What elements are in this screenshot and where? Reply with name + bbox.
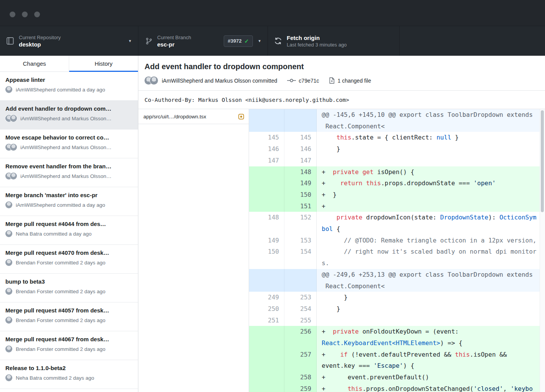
- file-diff-icon: [329, 77, 335, 84]
- list-item[interactable]: Merge branch 'master' into esc-priAmWill…: [0, 187, 138, 216]
- code-line: + private onFoldoutKeyDown = (event: Rea…: [317, 326, 545, 349]
- minimize-button-icon[interactable]: [22, 12, 28, 17]
- code-line: private dropdownIcon(state: DropdownStat…: [317, 212, 545, 234]
- repository-label: Current Repository: [19, 34, 61, 41]
- list-item[interactable]: Appease linteriAmWillShepherd committed …: [0, 72, 138, 101]
- line-number-old: [249, 269, 284, 292]
- diff-row: 149+ return this.props.dropdownState ===…: [249, 178, 545, 189]
- line-number-new: 146: [284, 143, 317, 155]
- list-item[interactable]: Release to 1.1.0-beta2Neha Batra committ…: [0, 360, 138, 389]
- fetch-label: Fetch origin: [287, 34, 347, 42]
- list-item[interactable]: Merge pull request #4070 from desk…Brend…: [0, 245, 138, 274]
- line-number-old: 150: [249, 246, 284, 269]
- code-line: + if (!event.defaultPrevented && this.is…: [317, 349, 545, 372]
- file-path: app/src/ui/t…/dropdown.tsx: [143, 114, 235, 120]
- diff-row: 251255: [249, 315, 545, 326]
- avatar: [150, 76, 158, 85]
- commit-summary: Add event handler to dropdown component …: [138, 56, 545, 91]
- commit-meta-row: iAmWillShepherd and Markus Olsson commit…: [145, 76, 539, 90]
- file-row[interactable]: app/src/ui/t…/dropdown.tsx: [138, 109, 249, 124]
- diff-row: @@ -249,6 +253,13 @@ export class Toolba…: [249, 269, 545, 292]
- avatar: [5, 86, 12, 93]
- avatar: [5, 288, 12, 295]
- line-number-old: [249, 383, 284, 392]
- line-number-old: 147: [249, 155, 284, 166]
- code-line: [317, 155, 545, 166]
- avatar: [5, 230, 12, 237]
- line-number-old: 146: [249, 143, 284, 155]
- git-branch-icon: [145, 37, 153, 45]
- line-number-old: [249, 349, 284, 372]
- page-title: Add event handler to dropdown component: [145, 61, 539, 71]
- code-line: // right now it's scaled badly on normal…: [317, 246, 545, 269]
- titlebar: [0, 0, 545, 26]
- diff-row: 250254 }: [249, 303, 545, 315]
- diff-row: 148152 private dropdownIcon(state: Dropd…: [249, 212, 545, 234]
- list-item[interactable]: Merge pull request #40…: [0, 389, 138, 392]
- commit-title: bump to beta3: [5, 278, 133, 285]
- diff-view: @@ -145,6 +145,10 @@ export class Toolba…: [249, 109, 545, 392]
- commit-meta: Brendan Forster committed 2 days ago: [5, 345, 133, 352]
- tab-changes[interactable]: Changes: [0, 56, 69, 71]
- scrollbar-thumb[interactable]: [541, 110, 544, 212]
- branch-switcher[interactable]: Current Branch esc-pr #3972 ✓ ▾: [138, 26, 268, 56]
- line-number-old: 250: [249, 303, 284, 315]
- list-item[interactable]: Move escape behavior to correct co…iAmWi…: [0, 130, 138, 158]
- fetch-sublabel: Last fetched 3 minutes ago: [287, 42, 347, 48]
- main-panel: Add event handler to dropdown component …: [138, 56, 545, 392]
- changed-files-count: 1 changed file: [329, 77, 371, 84]
- line-number-new: 258: [284, 372, 317, 383]
- commit-byline: iAmWillShepherd and Markus Olsson commit…: [162, 78, 277, 84]
- fetch-button[interactable]: Fetch origin Last fetched 3 minutes ago: [268, 26, 400, 56]
- line-number-old: [249, 178, 284, 189]
- chevron-down-icon: ▾: [129, 38, 131, 43]
- list-item[interactable]: Add event handler to dropdown com…iAmWil…: [0, 101, 138, 130]
- commit-title: Appease linter: [5, 76, 133, 83]
- commit-meta-text: Brendan Forster committed 2 days ago: [16, 317, 105, 323]
- diff-area: app/src/ui/t…/dropdown.tsx @@ -145,6 +14…: [138, 109, 545, 392]
- list-item[interactable]: Remove event handler from the bran…iAmWi…: [0, 158, 138, 187]
- commit-meta-text: iAmWillShepherd and Markus Olsson…: [20, 173, 111, 179]
- repository-name: desktop: [19, 41, 61, 48]
- diff-row: @@ -145,6 +145,10 @@ export class Toolba…: [249, 109, 545, 132]
- maximize-button-icon[interactable]: [34, 12, 40, 17]
- toolbar-spacer: [400, 26, 545, 56]
- diff-row: 145145 this.state = { clientRect: null }: [249, 132, 545, 143]
- line-number-new: 253: [284, 292, 317, 303]
- line-number-old: 148: [249, 212, 284, 234]
- line-number-new: 259: [284, 383, 317, 392]
- line-number-new: 154: [284, 246, 317, 269]
- commit-meta: Brendan Forster committed 2 days ago: [5, 317, 133, 324]
- code-line: }: [317, 143, 545, 155]
- commit-list: Appease linteriAmWillShepherd committed …: [0, 72, 138, 392]
- diff-row: 146146 }: [249, 143, 545, 155]
- list-item[interactable]: Merge pull request #4057 from desk…Brend…: [0, 302, 138, 331]
- commit-meta-text: Neha Batra committed 2 days ago: [16, 375, 94, 381]
- avatar: [10, 173, 17, 179]
- code-line: }: [317, 292, 545, 303]
- commit-title: Release to 1.1.0-beta2: [5, 364, 133, 372]
- list-item[interactable]: Merge pull request #4067 from desk…Brend…: [0, 331, 138, 360]
- line-number-new: 254: [284, 303, 317, 315]
- line-number-new: 150: [284, 189, 317, 201]
- avatar: [5, 317, 12, 324]
- list-item[interactable]: Merge pull request #4044 from des…Neha B…: [0, 216, 138, 245]
- commit-meta-text: Neha Batra committed a day ago: [16, 231, 91, 237]
- close-button-icon[interactable]: [10, 12, 15, 17]
- list-item[interactable]: bump to beta3Brendan Forster committed 2…: [0, 274, 138, 302]
- commit-title: Merge pull request #4057 from desk…: [5, 307, 133, 314]
- line-number-new: [284, 269, 317, 292]
- avatar: [5, 259, 12, 266]
- tab-history[interactable]: History: [69, 56, 138, 71]
- branch-name: esc-pr: [157, 41, 191, 48]
- commit-meta: iAmWillShepherd and Markus Olsson…: [5, 115, 133, 122]
- line-number-old: [249, 326, 284, 349]
- repository-switcher[interactable]: Current Repository desktop ▾: [0, 26, 138, 56]
- diff-row: 257+ if (!event.defaultPrevented && this…: [249, 349, 545, 372]
- line-number-new: 257: [284, 349, 317, 372]
- diff-row: 150+ }: [249, 189, 545, 201]
- commit-meta: iAmWillShepherd committed a day ago: [5, 86, 133, 93]
- commit-title: Merge pull request #4070 from desk…: [5, 249, 133, 256]
- diff-row: 249253 }: [249, 292, 545, 303]
- branch-label: Current Branch: [157, 34, 191, 41]
